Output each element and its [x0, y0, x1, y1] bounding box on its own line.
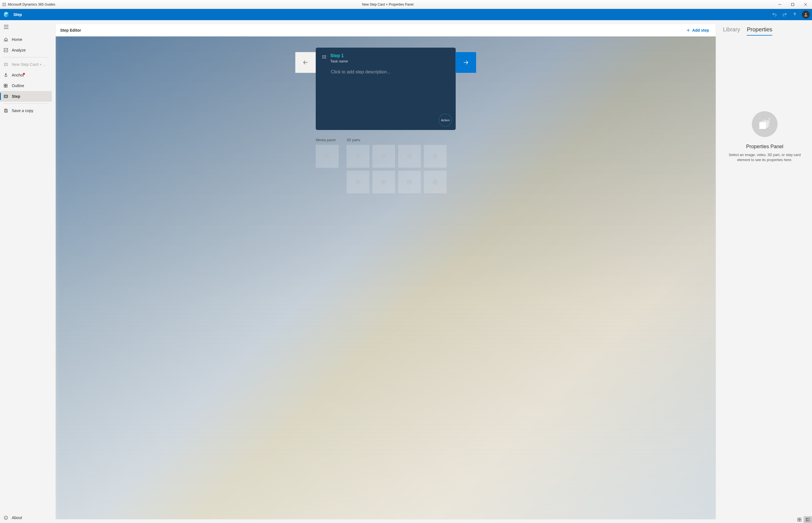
svg-point-6 [794, 16, 795, 16]
editor-title: Step Editor [60, 28, 81, 33]
sidebar-item-anchor[interactable]: Anchor [0, 70, 52, 80]
svg-rect-16 [4, 84, 5, 86]
tab-library[interactable]: Library [723, 26, 740, 36]
steps-list-icon [322, 54, 327, 59]
user-avatar[interactable] [802, 11, 810, 18]
svg-rect-18 [6, 84, 7, 86]
svg-point-39 [326, 155, 327, 156]
3d-part-slot[interactable] [398, 170, 421, 194]
svg-rect-13 [5, 64, 7, 65]
step-subtitle[interactable]: Task name [330, 59, 348, 63]
editor-panel: Step Editor Add step [56, 24, 716, 519]
svg-rect-3 [791, 3, 794, 5]
sidebar-item-label: Home [12, 37, 49, 42]
step-description-input[interactable]: Click to add step description... [316, 65, 456, 126]
3d-part-slot[interactable] [424, 170, 447, 194]
svg-point-32 [323, 57, 323, 57]
3d-part-slot[interactable] [372, 170, 395, 194]
svg-rect-23 [5, 111, 7, 112]
home-icon [3, 37, 8, 42]
view-detail-button[interactable] [804, 516, 812, 523]
svg-point-30 [323, 55, 323, 56]
svg-rect-21 [5, 96, 7, 97]
editor-canvas: Step 1 Task name Click to add step descr… [56, 36, 716, 519]
svg-rect-22 [5, 109, 7, 110]
sidebar-item-step[interactable]: Step [0, 91, 52, 102]
window-minimize-button[interactable] [773, 0, 786, 9]
svg-rect-47 [798, 518, 799, 519]
next-step-button[interactable] [455, 52, 476, 73]
svg-point-46 [770, 128, 771, 129]
svg-point-26 [5, 517, 6, 517]
sidebar-item-label: Outline [12, 84, 49, 88]
commandbar-title: Step [12, 12, 22, 17]
window-close-button[interactable] [799, 0, 812, 9]
save-icon [3, 108, 8, 113]
media-panel-label: Media panel [316, 138, 339, 142]
divider [3, 57, 49, 57]
step-card[interactable]: Step 1 Task name Click to add step descr… [316, 48, 456, 130]
3d-part-slot[interactable] [398, 145, 421, 168]
sidebar-item-label: New Step Card + Pr... [12, 62, 49, 67]
previous-step-button[interactable] [295, 52, 316, 73]
help-button[interactable] [790, 10, 799, 19]
properties-description: Select an image, video, 3D part, or step… [727, 152, 802, 162]
svg-point-43 [760, 118, 760, 119]
anchor-icon [3, 73, 8, 77]
commandbar: Step [0, 9, 812, 20]
sidebar-item-outline[interactable]: Outline [0, 80, 52, 91]
document-icon [3, 62, 8, 67]
add-step-button[interactable]: Add step [684, 26, 711, 34]
svg-rect-48 [800, 518, 801, 519]
sidebar-item-home[interactable]: Home [0, 34, 52, 45]
media-slot[interactable] [316, 145, 339, 168]
document-title: New Step Card + Properties Panel [259, 2, 516, 6]
sidebar-item-label: Step [12, 94, 49, 98]
svg-rect-1 [3, 4, 5, 5]
info-icon [3, 516, 8, 520]
undo-button[interactable] [770, 10, 779, 19]
outline-icon [3, 84, 8, 88]
3d-part-slot[interactable] [372, 145, 395, 168]
app-icon [2, 2, 6, 6]
3d-parts-label: 3D parts [346, 138, 447, 142]
svg-point-7 [805, 13, 807, 15]
step-icon [3, 94, 8, 98]
redo-button[interactable] [780, 10, 789, 19]
svg-rect-50 [800, 520, 801, 521]
view-grid-button[interactable] [795, 516, 804, 523]
sidebar-item-label: Anchor [12, 73, 49, 77]
window-maximize-button[interactable] [786, 0, 799, 9]
3d-part-slot[interactable] [346, 170, 370, 194]
svg-rect-42 [759, 122, 767, 129]
titlebar: Microsoft Dynamics 365 Guides New Step C… [0, 0, 812, 9]
app-title: Microsoft Dynamics 365 Guides [8, 2, 55, 6]
sidebar-item-label: Analyze [12, 48, 49, 52]
tab-properties[interactable]: Properties [747, 26, 772, 36]
svg-rect-19 [6, 86, 7, 87]
sidebar-toggle-button[interactable] [0, 22, 12, 32]
svg-point-14 [5, 73, 6, 74]
svg-rect-49 [798, 520, 799, 521]
3d-part-slot[interactable] [424, 145, 447, 168]
properties-title: Properties Panel [746, 144, 783, 149]
svg-rect-17 [4, 86, 5, 87]
sidebar: Home Analyze New Step Card + Pr... Ancho… [0, 20, 52, 523]
svg-rect-52 [807, 519, 808, 521]
sidebar-item-current-doc[interactable]: New Step Card + Pr... [0, 59, 52, 70]
sidebar-item-about[interactable]: About [0, 512, 52, 523]
properties-empty-icon [752, 111, 778, 137]
step-title[interactable]: Step 1 [330, 53, 348, 58]
analyze-icon [3, 48, 8, 52]
svg-point-45 [759, 128, 759, 129]
divider [3, 103, 49, 104]
action-badge-button[interactable]: Action [439, 114, 452, 127]
sidebar-item-save-copy[interactable]: Save a copy [0, 105, 52, 116]
alert-dot-icon [23, 73, 25, 75]
3d-part-slot[interactable] [346, 145, 370, 168]
sidebar-item-label: About [12, 516, 49, 520]
svg-point-34 [323, 58, 323, 58]
app-logo[interactable] [0, 9, 12, 20]
sidebar-item-label: Save a copy [12, 108, 49, 113]
sidebar-item-analyze[interactable]: Analyze [0, 45, 52, 55]
